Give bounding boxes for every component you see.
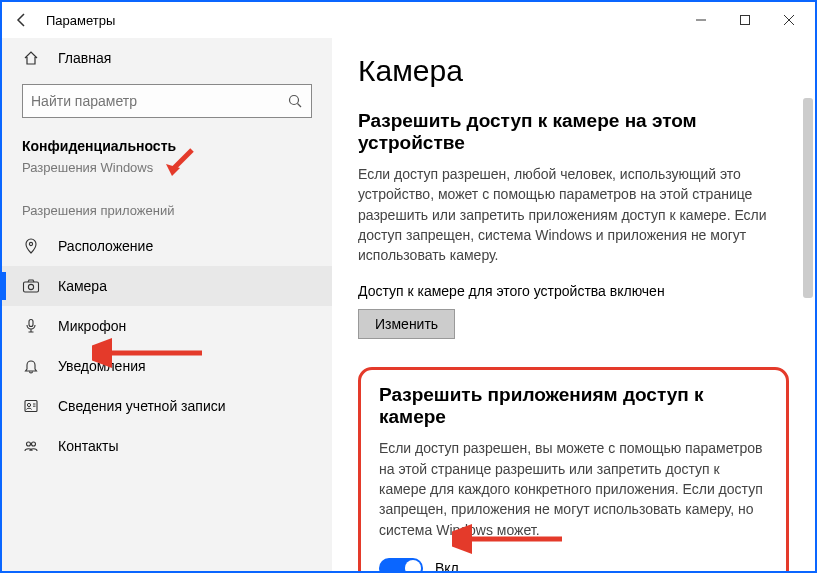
nav-home-label: Главная bbox=[58, 50, 111, 66]
svg-point-2 bbox=[290, 96, 299, 105]
sidebar-item-label: Микрофон bbox=[58, 318, 126, 334]
search-input[interactable] bbox=[31, 93, 287, 109]
sidebar-item-label: Камера bbox=[58, 278, 107, 294]
nav-home[interactable]: Главная bbox=[2, 38, 332, 78]
svg-point-4 bbox=[29, 242, 32, 245]
maximize-button[interactable] bbox=[723, 4, 767, 36]
sidebar: Главная Конфиденциальность Разрешения Wi… bbox=[2, 38, 332, 571]
content-pane: Камера Разрешить доступ к камере на этом… bbox=[332, 38, 815, 571]
contacts-icon bbox=[22, 438, 40, 454]
window-title: Параметры bbox=[38, 13, 115, 28]
sidebar-item-label: Расположение bbox=[58, 238, 153, 254]
home-icon bbox=[22, 50, 40, 66]
section1-heading: Разрешить доступ к камере на этом устрой… bbox=[358, 110, 789, 154]
scrollbar[interactable] bbox=[803, 98, 813, 298]
toggle-label: Вкл. bbox=[435, 560, 463, 571]
titlebar: Параметры bbox=[2, 2, 815, 38]
apps-access-toggle[interactable] bbox=[379, 558, 423, 571]
svg-rect-1 bbox=[741, 16, 750, 25]
search-icon bbox=[287, 93, 303, 109]
section1-status: Доступ к камере для этого устройства вкл… bbox=[358, 283, 789, 299]
sidebar-item-label: Уведомления bbox=[58, 358, 146, 374]
camera-icon bbox=[22, 278, 40, 294]
location-icon bbox=[22, 238, 40, 254]
svg-point-12 bbox=[27, 442, 31, 446]
svg-point-9 bbox=[27, 403, 30, 406]
sidebar-item-label: Сведения учетной записи bbox=[58, 398, 226, 414]
microphone-icon bbox=[22, 318, 40, 334]
highlight-box: Разрешить приложениям доступ к камере Ес… bbox=[358, 367, 789, 571]
sidebar-item-microphone[interactable]: Микрофон bbox=[2, 306, 332, 346]
close-button[interactable] bbox=[767, 4, 811, 36]
svg-point-13 bbox=[32, 442, 36, 446]
section2-heading: Разрешить приложениям доступ к камере bbox=[379, 384, 768, 428]
page-title: Камера bbox=[358, 54, 789, 88]
back-button[interactable] bbox=[6, 4, 38, 36]
sidebar-item-label: Контакты bbox=[58, 438, 118, 454]
change-button[interactable]: Изменить bbox=[358, 309, 455, 339]
account-icon bbox=[22, 398, 40, 414]
minimize-button[interactable] bbox=[679, 4, 723, 36]
svg-point-6 bbox=[28, 284, 33, 289]
section1-desc: Если доступ разрешен, любой человек, исп… bbox=[358, 164, 789, 265]
sidebar-category: Конфиденциальность bbox=[2, 128, 332, 160]
bell-icon bbox=[22, 358, 40, 374]
search-input-wrap[interactable] bbox=[22, 84, 312, 118]
sidebar-category-caption: Разрешения Windows bbox=[2, 160, 332, 183]
sidebar-group-label: Разрешения приложений bbox=[2, 183, 332, 226]
section2-desc: Если доступ разрешен, вы можете с помощь… bbox=[379, 438, 768, 539]
sidebar-item-location[interactable]: Расположение bbox=[2, 226, 332, 266]
sidebar-item-camera[interactable]: Камера bbox=[2, 266, 332, 306]
svg-rect-5 bbox=[24, 282, 39, 292]
svg-rect-7 bbox=[29, 320, 33, 327]
svg-line-3 bbox=[298, 104, 302, 108]
sidebar-item-contacts[interactable]: Контакты bbox=[2, 426, 332, 466]
sidebar-item-account-info[interactable]: Сведения учетной записи bbox=[2, 386, 332, 426]
sidebar-item-notifications[interactable]: Уведомления bbox=[2, 346, 332, 386]
